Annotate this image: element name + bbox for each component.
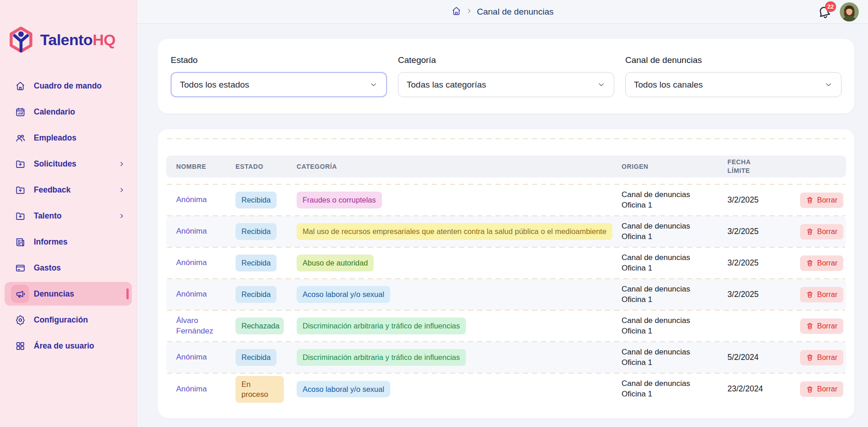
report-name-link[interactable]: Anónima	[176, 195, 207, 204]
table-row: AnónimaRecibidaMal uso de recursos empre…	[166, 216, 846, 247]
categoria-badge: Acoso laboral y/o sexual	[297, 286, 390, 302]
canal-filter-select[interactable]: Todos los canales	[625, 72, 842, 97]
brand-text: TalentoHQ	[40, 31, 115, 49]
categoria-badge: Mal uso de recursos empresariales que at…	[297, 223, 612, 240]
filters-card: Estado Todos los estados Categoría Todas…	[158, 39, 854, 114]
sidebar-item-solicitudes[interactable]: Solicitudes	[5, 152, 132, 176]
sidebar-item-configuracion[interactable]: Configuración	[5, 308, 132, 332]
news-icon	[11, 233, 29, 251]
report-name-link[interactable]: Anónima	[176, 290, 207, 298]
delete-button[interactable]: Borrar	[800, 350, 843, 365]
sidebar-item-empleados[interactable]: Empleados	[5, 126, 132, 150]
delete-button[interactable]: Borrar	[800, 381, 843, 397]
sidebar-item-talento[interactable]: Talento	[5, 204, 132, 228]
delete-button[interactable]: Borrar	[800, 287, 843, 302]
report-name-link[interactable]: Anónima	[176, 385, 207, 393]
trash-icon	[806, 385, 814, 393]
trash-icon	[806, 291, 814, 298]
chevron-right-icon	[118, 212, 125, 220]
dashed-divider	[167, 138, 845, 139]
table-row: AnónimaRecibidaAbuso de autoridadCanal d…	[166, 247, 846, 279]
sidebar: TalentoHQ Cuadro de mandoCalendarioEmple…	[0, 0, 137, 427]
trash-icon	[806, 228, 814, 235]
estado-badge: Recibida	[235, 286, 277, 302]
estado-badge: Recibida	[235, 223, 277, 240]
table-row: AnónimaRecibidaDiscriminación arbitraria…	[166, 342, 846, 373]
report-name-link[interactable]: Álvaro Fernández	[176, 316, 213, 335]
user-avatar[interactable]	[840, 2, 859, 21]
topbar: Canal de denuncias 22	[137, 0, 868, 24]
sidebar-item-gastos[interactable]: Gastos	[5, 256, 132, 280]
sidebar-item-label: Empleados	[34, 133, 76, 143]
sidebar-item-label: Solicitudes	[34, 159, 76, 169]
report-name-link[interactable]: Anónima	[176, 227, 207, 235]
fecha-limite-cell: 23/2/2024	[727, 381, 792, 397]
estado-filter-select[interactable]: Todos los estados	[171, 72, 387, 97]
origen-cell: Canal de denuncias Oficina 1	[622, 219, 727, 245]
report-name-link[interactable]: Anónima	[176, 258, 207, 267]
trash-icon	[806, 354, 814, 361]
fecha-limite-cell: 5/2/2024	[727, 349, 792, 366]
report-name-link[interactable]: Anónima	[176, 353, 207, 361]
estado-badge: En proceso	[235, 376, 284, 403]
delete-button[interactable]: Borrar	[800, 318, 843, 334]
trash-icon	[806, 322, 814, 330]
fecha-limite-cell: 3/2/2025	[727, 224, 792, 240]
sidebar-item-area-de-usuario[interactable]: Área de usuario	[5, 334, 132, 358]
sidebar-item-informes[interactable]: Informes	[5, 230, 132, 254]
estado-badge: Recibida	[235, 192, 277, 208]
home-icon	[11, 77, 29, 95]
sidebar-item-label: Cuadro de mando	[34, 81, 102, 91]
sidebar-item-cuadro-de-mando[interactable]: Cuadro de mando	[5, 74, 132, 98]
categoria-badge: Acoso laboral y/o sexual	[297, 381, 390, 397]
table-body: AnónimaRecibidaFraudes o corruptelasCana…	[166, 184, 846, 406]
fecha-limite-cell: 3/2/2025	[727, 192, 792, 208]
delete-button[interactable]: Borrar	[800, 255, 843, 271]
estado-badge: Recibida	[235, 255, 277, 271]
origen-cell: Canal de denuncias Oficina 1	[622, 313, 727, 339]
main-content: Estado Todos los estados Categoría Todas…	[137, 24, 868, 427]
sidebar-nav: Cuadro de mandoCalendarioEmpleadosSolici…	[0, 74, 136, 358]
sidebar-item-label: Denuncias	[34, 289, 74, 299]
categoria-badge: Discriminación arbitraria y tráfico de i…	[297, 349, 466, 365]
chevron-down-icon	[597, 80, 606, 89]
column-header-fecha-limite: FECHA LÍMITE	[727, 158, 773, 175]
origen-cell: Canal de denuncias Oficina 1	[622, 250, 727, 276]
origen-cell: Canal de denuncias Oficina 1	[622, 281, 727, 308]
table-row: AnónimaRecibidaFraudes o corruptelasCana…	[166, 184, 846, 216]
column-header-estado: ESTADO	[235, 162, 297, 171]
delete-button[interactable]: Borrar	[800, 193, 843, 208]
chevron-down-icon	[369, 80, 378, 89]
home-icon[interactable]	[451, 6, 461, 18]
sidebar-item-label: Feedback	[34, 185, 71, 195]
users-icon	[11, 129, 29, 147]
categoria-badge: Fraudes o corruptelas	[297, 192, 382, 208]
megaphone-icon	[11, 285, 29, 303]
delete-button[interactable]: Borrar	[800, 224, 843, 240]
sidebar-item-label: Gastos	[34, 263, 61, 273]
app-logo: TalentoHQ	[0, 26, 136, 54]
chevron-down-icon	[824, 80, 833, 89]
column-header-categoria: CATEGORÍA	[297, 162, 622, 171]
card-icon	[11, 259, 29, 277]
notifications-bell-icon[interactable]: 22	[817, 5, 831, 19]
sidebar-item-label: Calendario	[34, 107, 75, 117]
sidebar-item-label: Área de usuario	[34, 341, 94, 351]
categoria-filter-select[interactable]: Todas las categorías	[398, 72, 614, 97]
app-root: TalentoHQ Cuadro de mandoCalendarioEmple…	[0, 0, 868, 427]
chevron-right-icon	[466, 8, 472, 16]
sidebar-item-feedback[interactable]: Feedback	[5, 178, 132, 202]
breadcrumb-current: Canal de denuncias	[477, 7, 554, 17]
reports-table-card: NOMBRE ESTADO CATEGORÍA ORIGEN FECHA LÍM…	[158, 129, 854, 418]
grid-icon	[11, 337, 29, 355]
sidebar-item-denuncias[interactable]: Denuncias	[5, 282, 132, 306]
table-row: AnónimaEn procesoAcoso laboral y/o sexua…	[166, 373, 846, 406]
calendar-icon	[11, 103, 29, 121]
categoria-badge: Discriminación arbitraria y tráfico de i…	[297, 318, 466, 334]
sidebar-item-calendario[interactable]: Calendario	[5, 100, 132, 124]
trash-icon	[806, 196, 814, 204]
filter-canal: Canal de denuncias Todos los canales	[625, 55, 842, 97]
table-row: AnónimaRecibidaAcoso laboral y/o sexualC…	[166, 279, 846, 310]
gear-icon	[11, 311, 29, 329]
hexagon-person-logo-icon	[7, 26, 35, 54]
